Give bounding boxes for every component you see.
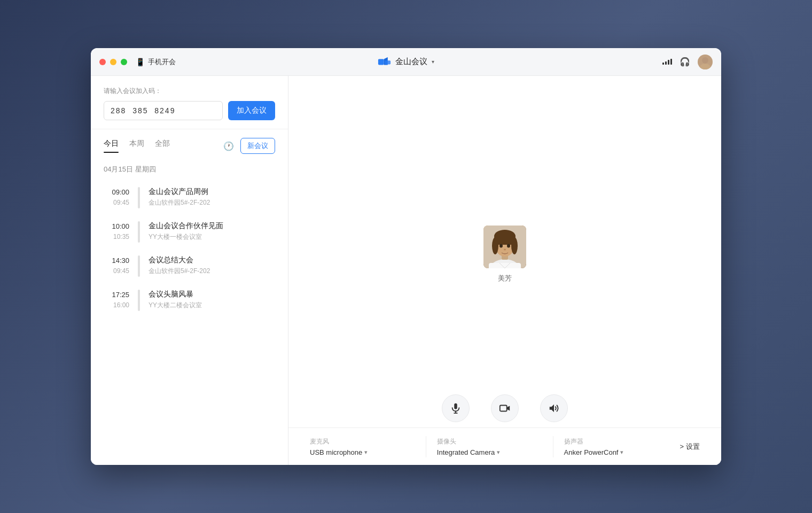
signal-bar-1 [662,63,664,65]
mic-device-label: 麦克风 [310,437,415,446]
svg-point-14 [507,244,510,248]
schedule-location-4: YY大楼二楼会议室 [149,301,275,310]
svg-rect-0 [378,59,384,65]
tab-today[interactable]: 今日 [104,139,119,153]
mic-icon [450,402,462,414]
mic-control-button[interactable] [442,394,470,422]
schedule-end-1: 09:45 [104,198,129,207]
schedule-time-4: 17:25 16:00 [104,290,129,311]
headphone-icon[interactable]: 🎧 [680,57,690,67]
svg-rect-17 [454,403,457,409]
schedule-start-4: 17:25 [104,290,129,300]
speaker-dropdown-arrow[interactable]: ▾ [620,449,623,456]
meeting-code-input[interactable] [104,101,223,120]
camera-device-label: 摄像头 [437,437,542,446]
settings-link[interactable]: > 设置 [669,442,700,452]
tab-week[interactable]: 本周 [129,139,144,153]
device-separator-2 [553,436,553,457]
schedule-divider-3 [138,255,140,277]
controls-bar [442,394,568,422]
speaker-icon [548,402,560,414]
schedule-time-2: 10:00 10:35 [104,221,129,243]
svg-rect-12 [494,234,516,245]
schedule-end-3: 09:45 [104,266,129,276]
signal-icon [662,59,672,65]
signal-bar-2 [665,61,667,65]
speaker-device-value[interactable]: Anker PowerConf ▾ [564,448,669,456]
device-bar: 麦克风 USB microphone ▾ 摄像头 Integrated Came… [288,428,721,465]
maximize-button[interactable] [121,59,127,65]
schedule-title-3: 会议总结大会 [149,255,275,265]
camera-device-name: Integrated Camera [437,448,495,456]
signal-bar-3 [668,60,669,65]
schedule-title-2: 金山会议合作伙伴见面 [149,221,275,231]
close-button[interactable] [99,59,106,65]
schedule-start-1: 09:00 [104,187,129,198]
main-content: 请输入会议加入码： 加入会议 今日 本周 全部 🕐 新会议 [91,76,721,465]
camera-device-item: 摄像头 Integrated Camera ▾ [437,437,542,456]
camera-icon [499,402,511,414]
right-panel: 美芳 [288,76,721,465]
title-center: 金山会议 ▾ [378,57,434,67]
clock-icon[interactable]: 🕐 [223,141,234,151]
tab-all[interactable]: 全部 [155,139,170,153]
mic-device-name: USB microphone [310,448,362,456]
schedule-item-4[interactable]: 17:25 16:00 会议头脑风暴 YY大楼二楼会议室 [91,283,288,317]
schedule-item-3[interactable]: 14:30 09:45 会议总结大会 金山软件园5#-2F-202 [91,249,288,283]
mic-device-item: 麦克风 USB microphone ▾ [310,437,415,456]
mic-dropdown-arrow[interactable]: ▾ [364,449,368,456]
phone-meeting-button[interactable]: 📱 手机开会 [136,57,176,67]
device-separator-1 [426,436,426,457]
schedule-location-2: YY大楼一楼会议室 [149,232,275,242]
svg-point-13 [499,244,503,248]
minimize-button[interactable] [110,59,116,65]
schedule-time-3: 14:30 09:45 [104,255,129,277]
schedule-title-1: 金山会议产品周例 [149,187,275,197]
camera-dropdown-arrow[interactable]: ▾ [497,449,500,456]
user-name-preview: 美芳 [498,274,512,283]
user-avatar[interactable] [698,55,713,69]
phone-icon: 📱 [136,58,145,66]
user-avatar-preview [483,226,526,268]
schedule-list: 04月15日 星期四 09:00 09:45 金山会议产品周例 金山软件园5#-… [91,154,288,465]
app-logo [378,57,391,67]
camera-device-value[interactable]: Integrated Camera ▾ [437,448,542,456]
join-label: 请输入会议加入码： [104,87,275,96]
left-panel: 请输入会议加入码： 加入会议 今日 本周 全部 🕐 新会议 [91,76,288,465]
signal-bar-4 [670,59,672,65]
schedule-info-1: 金山会议产品周例 金山软件园5#-2F-202 [149,187,275,208]
camera-control-button[interactable] [491,394,519,422]
new-meeting-button[interactable]: 新会议 [240,138,275,154]
speaker-control-button[interactable] [540,394,568,422]
schedule-item-2[interactable]: 10:00 10:35 金山会议合作伙伴见面 YY大楼一楼会议室 [91,215,288,249]
schedule-item-1[interactable]: 09:00 09:45 金山会议产品周例 金山软件园5#-2F-202 [91,181,288,215]
mic-device-value[interactable]: USB microphone ▾ [310,448,415,456]
schedule-info-2: 金山会议合作伙伴见面 YY大楼一楼会议室 [149,221,275,243]
join-row: 加入会议 [104,101,275,120]
schedule-start-3: 14:30 [104,255,129,266]
schedule-divider-2 [138,221,140,243]
title-dropdown-arrow[interactable]: ▾ [432,59,434,65]
speaker-device-name: Anker PowerConf [564,448,619,456]
avatar-svg [698,55,713,69]
tabs-section: 今日 本周 全部 🕐 新会议 [91,129,288,154]
logo-svg [378,57,391,67]
title-right: 🎧 [662,55,713,69]
app-window: 📱 手机开会 金山会议 ▾ [91,48,721,465]
svg-rect-20 [500,406,507,411]
schedule-divider-4 [138,290,140,311]
svg-rect-16 [489,263,521,268]
svg-point-15 [504,249,506,251]
date-header: 04月15日 星期四 [91,160,288,181]
svg-rect-2 [385,60,391,64]
settings-prefix: > [680,442,684,450]
svg-marker-22 [550,405,554,413]
schedule-info-4: 会议头脑风暴 YY大楼二楼会议室 [149,290,275,311]
settings-label: 设置 [686,442,700,452]
schedule-divider-1 [138,187,140,208]
svg-point-3 [702,57,708,64]
svg-point-4 [700,64,710,69]
schedule-info-3: 会议总结大会 金山软件园5#-2F-202 [149,255,275,277]
join-meeting-button[interactable]: 加入会议 [228,101,275,120]
speaker-device-label: 扬声器 [564,437,669,446]
